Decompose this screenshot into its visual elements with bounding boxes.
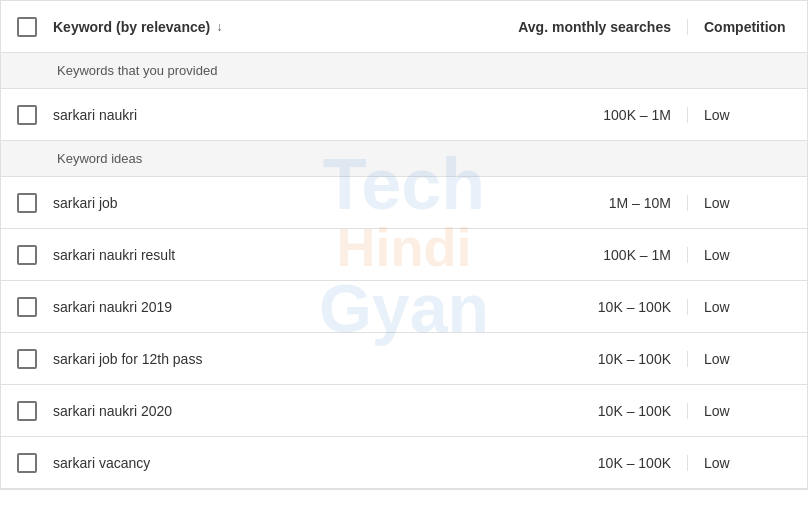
monthly-searches-value: 10K – 100K <box>598 351 671 367</box>
competition-cell: Low <box>687 455 807 471</box>
keyword-cell: sarkari naukri <box>1 105 467 125</box>
monthly-searches-value: 100K – 1M <box>603 247 671 263</box>
keyword-table: Tech Hindi Gyan Keyword (by relevance) ↓… <box>0 0 808 490</box>
keyword-cell: sarkari job for 12th pass <box>1 349 467 369</box>
monthly-searches-cell: 10K – 100K <box>467 351 687 367</box>
monthly-searches-cell: 10K – 100K <box>467 455 687 471</box>
keyword-text: sarkari naukri 2020 <box>53 403 172 419</box>
competition-value: Low <box>704 107 730 123</box>
row-checkbox[interactable] <box>17 105 37 125</box>
competition-value: Low <box>704 247 730 263</box>
keyword-cell: sarkari vacancy <box>1 453 467 473</box>
table-row: sarkari naukri result 100K – 1M Low <box>1 229 807 281</box>
row-checkbox[interactable] <box>17 453 37 473</box>
competition-header-label: Competition <box>704 19 786 35</box>
keyword-text: sarkari naukri 2019 <box>53 299 172 315</box>
competition-cell: Low <box>687 351 807 367</box>
keyword-text: sarkari job for 12th pass <box>53 351 202 367</box>
competition-value: Low <box>704 195 730 211</box>
keyword-text: sarkari naukri result <box>53 247 175 263</box>
monthly-searches-cell: 100K – 1M <box>467 107 687 123</box>
row-checkbox[interactable] <box>17 401 37 421</box>
competition-cell: Low <box>687 195 807 211</box>
competition-cell: Low <box>687 403 807 419</box>
competition-value: Low <box>704 403 730 419</box>
competition-column-header: Competition <box>687 19 807 35</box>
monthly-searches-value: 1M – 10M <box>609 195 671 211</box>
sort-icon[interactable]: ↓ <box>216 20 222 34</box>
competition-cell: Low <box>687 247 807 263</box>
competition-cell: Low <box>687 299 807 315</box>
keyword-cell: sarkari naukri 2020 <box>1 401 467 421</box>
table-row: sarkari vacancy 10K – 100K Low <box>1 437 807 489</box>
monthly-searches-value: 100K – 1M <box>603 107 671 123</box>
keyword-cell: sarkari naukri result <box>1 245 467 265</box>
row-checkbox[interactable] <box>17 297 37 317</box>
table-row: sarkari naukri 2020 10K – 100K Low <box>1 385 807 437</box>
monthly-searches-value: 10K – 100K <box>598 403 671 419</box>
row-checkbox[interactable] <box>17 245 37 265</box>
competition-value: Low <box>704 455 730 471</box>
table-header: Keyword (by relevance) ↓ Avg. monthly se… <box>1 1 807 53</box>
keyword-cell: sarkari job <box>1 193 467 213</box>
monthly-searches-cell: 10K – 100K <box>467 299 687 315</box>
table-row: sarkari job 1M – 10M Low <box>1 177 807 229</box>
keyword-text: sarkari naukri <box>53 107 137 123</box>
monthly-searches-cell: 1M – 10M <box>467 195 687 211</box>
table-row: sarkari job for 12th pass 10K – 100K Low <box>1 333 807 385</box>
section-header-provided: Keywords that you provided <box>1 53 807 89</box>
keyword-column-header: Keyword (by relevance) ↓ <box>1 17 467 37</box>
monthly-searches-value: 10K – 100K <box>598 299 671 315</box>
section-header-ideas: Keyword ideas <box>1 141 807 177</box>
row-checkbox[interactable] <box>17 193 37 213</box>
table-row: sarkari naukri 100K – 1M Low <box>1 89 807 141</box>
monthly-column-header: Avg. monthly searches <box>467 19 687 35</box>
monthly-header-label: Avg. monthly searches <box>518 19 671 35</box>
keyword-text: sarkari vacancy <box>53 455 150 471</box>
table-row: sarkari naukri 2019 10K – 100K Low <box>1 281 807 333</box>
row-checkbox[interactable] <box>17 349 37 369</box>
monthly-searches-cell: 100K – 1M <box>467 247 687 263</box>
monthly-searches-value: 10K – 100K <box>598 455 671 471</box>
competition-value: Low <box>704 299 730 315</box>
keyword-header-label: Keyword (by relevance) <box>53 19 210 35</box>
monthly-searches-cell: 10K – 100K <box>467 403 687 419</box>
keyword-text: sarkari job <box>53 195 118 211</box>
competition-cell: Low <box>687 107 807 123</box>
keyword-cell: sarkari naukri 2019 <box>1 297 467 317</box>
select-all-checkbox[interactable] <box>17 17 37 37</box>
competition-value: Low <box>704 351 730 367</box>
